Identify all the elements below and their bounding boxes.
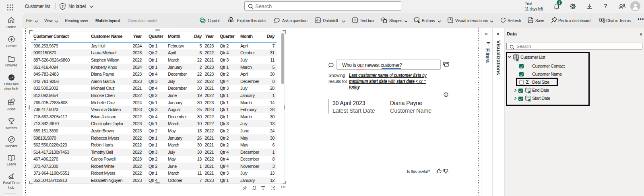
- svg-text:?: ?: [62, 4, 64, 8]
